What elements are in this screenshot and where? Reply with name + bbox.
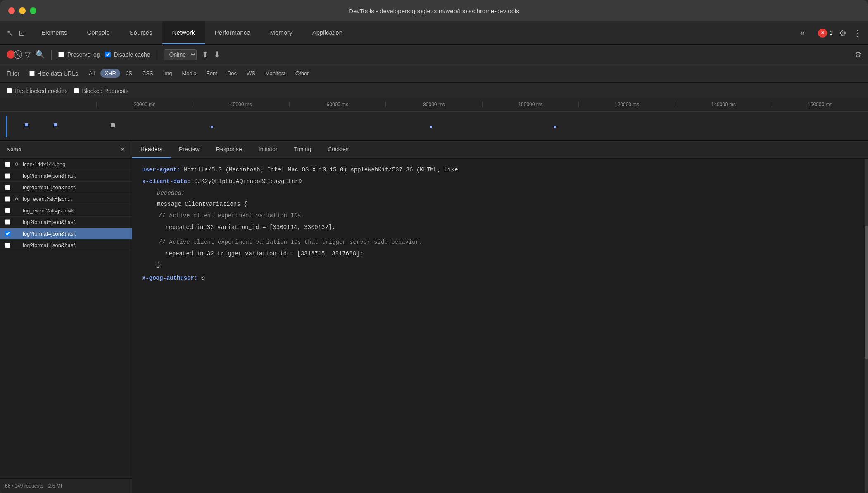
- has-blocked-cookies-label[interactable]: Has blocked cookies: [7, 88, 67, 94]
- detail-tab-preview[interactable]: Preview: [171, 141, 208, 158]
- file-item-2[interactable]: log?format=json&hasf.: [0, 182, 132, 193]
- tab-icon-group: ↖ ⊡: [0, 21, 31, 44]
- tab-elements[interactable]: Elements: [31, 21, 77, 44]
- code-line-variation: repeated int32 variation_id = [3300114, …: [159, 223, 858, 233]
- file-item-0[interactable]: ⚙ icon-144x144.png: [0, 159, 132, 170]
- detail-tab-response[interactable]: Response: [208, 141, 250, 158]
- file-item-3[interactable]: ⚙ log_event?alt=json...: [0, 193, 132, 205]
- file-checkbox-6[interactable]: [5, 231, 10, 236]
- download-icon: ⬇: [214, 50, 221, 59]
- file-list-close-button[interactable]: ✕: [120, 145, 125, 153]
- disable-cache-label[interactable]: Disable cache: [105, 51, 150, 58]
- file-checkbox-1[interactable]: [5, 173, 10, 179]
- more-tabs-button[interactable]: »: [794, 21, 811, 44]
- filter-btn-css[interactable]: CSS: [138, 69, 157, 78]
- tab-application[interactable]: Application: [302, 21, 352, 44]
- file-checkbox-4[interactable]: [5, 208, 10, 213]
- file-name-7: log?format=json&hasf.: [23, 242, 127, 248]
- code-message: message ClientVariations {: [157, 201, 247, 207]
- x-client-data-key: x-client-data:: [142, 178, 191, 185]
- preserve-log-label[interactable]: Preserve log: [58, 51, 100, 58]
- tick-8: 160000 ms: [772, 102, 868, 107]
- preserve-log-checkbox[interactable]: [58, 52, 64, 57]
- scrollbar-thumb[interactable]: [865, 226, 868, 360]
- x-goog-val: 0: [201, 275, 205, 281]
- filter-btn-doc[interactable]: Doc: [223, 69, 241, 78]
- settings-button[interactable]: ⚙: [839, 28, 847, 38]
- filter-btn-manifest[interactable]: Manifest: [261, 69, 290, 78]
- code-line-comment-2: // Active client experiment variation ID…: [159, 238, 858, 248]
- filter-bar: Filter Hide data URLs All XHR JS CSS Img…: [0, 64, 868, 83]
- file-item-1[interactable]: log?format=json&hasf.: [0, 170, 132, 182]
- file-name-1: log?format=json&hasf.: [23, 173, 127, 179]
- file-item-6[interactable]: log?format=json&hasf.: [0, 228, 132, 240]
- main-tabs-row: ↖ ⊡ Elements Console Sources Network Per…: [0, 21, 868, 45]
- tab-network[interactable]: Network: [162, 21, 205, 44]
- tab-performance[interactable]: Performance: [205, 21, 260, 44]
- file-checkbox-3[interactable]: [5, 196, 10, 202]
- scrollbar-track[interactable]: [865, 159, 868, 493]
- detail-tab-initiator[interactable]: Initiator: [250, 141, 286, 158]
- maximize-button[interactable]: [30, 7, 36, 14]
- filter-btn-js[interactable]: JS: [122, 69, 136, 78]
- filter-btn-img[interactable]: Img: [159, 69, 176, 78]
- layers-icon: ⊡: [19, 29, 25, 38]
- detail-tab-timing[interactable]: Timing: [286, 141, 320, 158]
- cursor-icon-btn[interactable]: ↖: [7, 29, 13, 38]
- timeline-area[interactable]: 20000 ms 40000 ms 60000 ms 80000 ms 1000…: [0, 99, 868, 141]
- disable-cache-text: Disable cache: [114, 51, 150, 58]
- hide-data-urls-checkbox[interactable]: [29, 71, 35, 76]
- file-favicon-5: [14, 219, 19, 225]
- code-line-1: message ClientVariations {: [150, 200, 858, 210]
- close-button[interactable]: [8, 7, 15, 14]
- request-count: 66 / 149 requests: [5, 483, 43, 489]
- file-checkbox-2[interactable]: [5, 185, 10, 190]
- detail-content[interactable]: user-agent: Mozilla/5.0 (Macintosh; Inte…: [132, 159, 868, 493]
- download-button[interactable]: ⬇: [214, 50, 221, 60]
- blocked-requests-label[interactable]: Blocked Requests: [74, 88, 128, 94]
- tick-1: 20000 ms: [96, 102, 193, 107]
- filter-toggle-button[interactable]: ▽: [25, 50, 31, 59]
- header-line-x-client-data: x-client-data: CJK2yQEIpLbJAQirncoBCIesy…: [142, 177, 858, 187]
- filter-btn-font[interactable]: Font: [202, 69, 221, 78]
- filter-btn-other[interactable]: Other: [291, 69, 313, 78]
- main-tabs: Elements Console Sources Network Perform…: [31, 21, 794, 44]
- toolbar-settings-button[interactable]: ⚙: [855, 50, 861, 59]
- network-throttle-select[interactable]: Online: [164, 49, 197, 60]
- record-button[interactable]: [7, 50, 15, 59]
- tab-sources[interactable]: Sources: [120, 21, 162, 44]
- search-icon: 🔍: [36, 50, 45, 59]
- blocked-requests-checkbox[interactable]: [74, 88, 79, 93]
- minimize-button[interactable]: [19, 7, 26, 14]
- file-checkbox-7[interactable]: [5, 243, 10, 248]
- file-item-4[interactable]: log_event?alt=json&k.: [0, 205, 132, 217]
- filter-btn-all[interactable]: All: [85, 69, 99, 78]
- file-checkbox-5[interactable]: [5, 219, 10, 225]
- layers-icon-btn[interactable]: ⊡: [19, 29, 25, 38]
- tab-memory[interactable]: Memory: [260, 21, 302, 44]
- detail-tab-cookies[interactable]: Cookies: [319, 141, 357, 158]
- decoded-label-line: Decoded:: [150, 188, 858, 198]
- file-item-5[interactable]: log?format=json&hasf.: [0, 217, 132, 228]
- detail-tab-headers[interactable]: Headers: [132, 141, 171, 158]
- tab-console[interactable]: Console: [77, 21, 120, 44]
- user-agent-key: user-agent:: [142, 167, 180, 173]
- file-list[interactable]: ⚙ icon-144x144.png log?format=json&hasf.…: [0, 159, 132, 478]
- more-options-button[interactable]: ⋮: [853, 28, 861, 38]
- filter-btn-ws[interactable]: WS: [243, 69, 259, 78]
- file-favicon-2: [14, 185, 19, 191]
- upload-button[interactable]: ⬆: [202, 50, 209, 60]
- file-item-7[interactable]: log?format=json&hasf.: [0, 240, 132, 251]
- has-blocked-cookies-checkbox[interactable]: [7, 88, 12, 93]
- error-count: 1: [830, 30, 832, 36]
- filter-btn-xhr[interactable]: XHR: [100, 69, 120, 78]
- file-favicon-0: ⚙: [14, 162, 19, 167]
- search-button[interactable]: 🔍: [36, 50, 45, 59]
- has-blocked-cookies-text: Has blocked cookies: [14, 88, 67, 94]
- file-name-2: log?format=json&hasf.: [23, 184, 127, 191]
- filter-btn-media[interactable]: Media: [178, 69, 200, 78]
- filter-type-buttons: All XHR JS CSS Img Media Font Doc WS Man…: [85, 69, 313, 78]
- hide-data-urls-checkbox-label[interactable]: Hide data URLs: [29, 70, 78, 77]
- file-checkbox-0[interactable]: [5, 162, 10, 167]
- disable-cache-checkbox[interactable]: [105, 52, 111, 57]
